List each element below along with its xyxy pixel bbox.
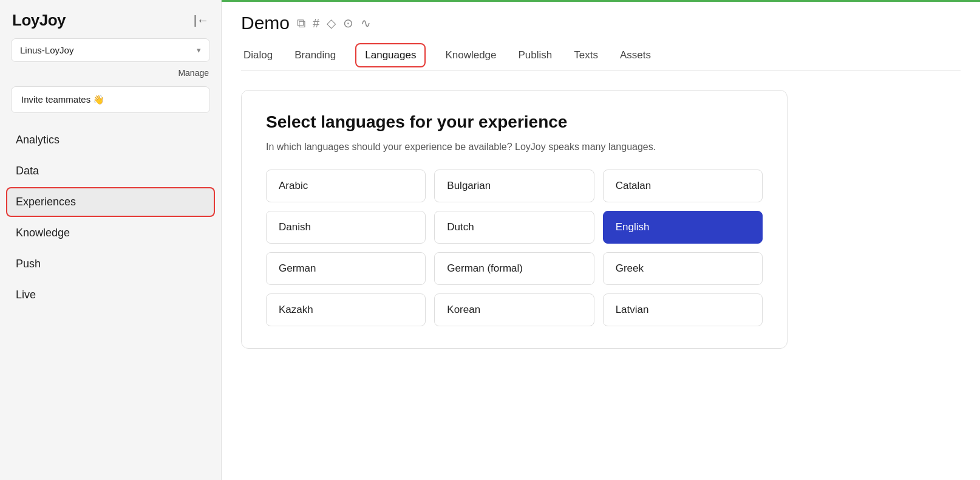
sidebar: LoyJoy |← Linus-LoyJoy ▾ Manage Invite t…: [0, 0, 222, 480]
tab-dialog[interactable]: Dialog: [241, 43, 275, 70]
tab-publish[interactable]: Publish: [516, 43, 555, 70]
settings-icon[interactable]: ⊙: [343, 16, 353, 30]
language-button-bulgarian[interactable]: Bulgarian: [434, 170, 594, 202]
sidebar-item-data[interactable]: Data: [6, 156, 215, 186]
analytics-icon[interactable]: ∿: [361, 16, 371, 30]
language-button-kazakh[interactable]: Kazakh: [266, 293, 426, 326]
sidebar-header: LoyJoy |←: [0, 0, 221, 38]
tag-icon[interactable]: ◇: [327, 16, 336, 30]
language-button-english[interactable]: English: [603, 211, 763, 244]
tab-knowledge[interactable]: Knowledge: [443, 43, 499, 70]
languages-card: Select languages for your experience In …: [241, 90, 788, 349]
sidebar-item-experiences[interactable]: Experiences: [6, 187, 215, 217]
language-button-catalan[interactable]: Catalan: [603, 170, 763, 202]
content-area: Select languages for your experience In …: [222, 70, 980, 480]
collapse-icon: |←: [194, 13, 209, 27]
languages-grid: ArabicBulgarianCatalanDanishDutchEnglish…: [266, 170, 763, 326]
language-button-danish[interactable]: Danish: [266, 211, 426, 244]
language-button-german[interactable]: German: [266, 252, 426, 285]
language-button-latvian[interactable]: Latvian: [603, 293, 763, 326]
manage-link[interactable]: Manage: [0, 66, 221, 84]
logo: LoyJoy: [12, 11, 66, 30]
project-title: Demo: [241, 13, 290, 33]
language-button-german-formal[interactable]: German (formal): [434, 252, 594, 285]
sidebar-nav: AnalyticsDataExperiencesKnowledgePushLiv…: [0, 125, 221, 310]
language-button-greek[interactable]: Greek: [603, 252, 763, 285]
workspace-name: Linus-LoyJoy: [20, 45, 73, 55]
invite-teammates-button[interactable]: Invite teammates 👋: [11, 86, 210, 113]
sidebar-item-live[interactable]: Live: [6, 280, 215, 310]
language-button-arabic[interactable]: Arabic: [266, 170, 426, 202]
language-button-korean[interactable]: Korean: [434, 293, 594, 326]
sidebar-item-analytics[interactable]: Analytics: [6, 125, 215, 155]
sidebar-item-knowledge[interactable]: Knowledge: [6, 218, 215, 248]
workspace-selector[interactable]: Linus-LoyJoy ▾: [11, 38, 210, 62]
languages-card-title: Select languages for your experience: [266, 112, 763, 132]
tabs-row: DialogBrandingLanguagesKnowledgePublishT…: [241, 43, 961, 70]
hash-icon[interactable]: #: [313, 16, 319, 30]
sidebar-item-push[interactable]: Push: [6, 249, 215, 279]
top-header: Demo ⧉ # ◇ ⊙ ∿ DialogBrandingLanguagesKn…: [222, 2, 980, 70]
tab-assets[interactable]: Assets: [618, 43, 653, 70]
main-content: Demo ⧉ # ◇ ⊙ ∿ DialogBrandingLanguagesKn…: [222, 0, 980, 480]
tab-branding[interactable]: Branding: [292, 43, 338, 70]
tab-languages[interactable]: Languages: [355, 43, 426, 67]
tab-texts[interactable]: Texts: [571, 43, 601, 70]
chevron-down-icon: ▾: [197, 46, 201, 55]
project-title-row: Demo ⧉ # ◇ ⊙ ∿: [241, 13, 961, 33]
collapse-button[interactable]: |←: [194, 13, 209, 27]
copy-icon[interactable]: ⧉: [297, 16, 305, 30]
language-button-dutch[interactable]: Dutch: [434, 211, 594, 244]
languages-card-subtitle: In which languages should your experienc…: [266, 142, 763, 153]
